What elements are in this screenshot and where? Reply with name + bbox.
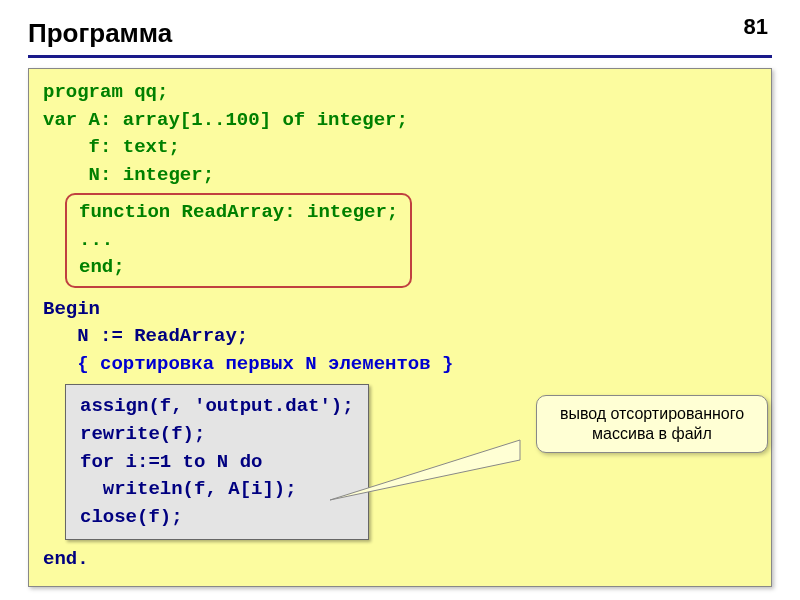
code-line: rewrite(f); [80,421,354,449]
page-number: 81 [744,14,768,40]
code-line: close(f); [80,504,354,532]
slide: 81 Программа program qq; var A: array[1.… [0,0,800,600]
title-rule [28,55,772,58]
function-inset: function ReadArray: integer; ... end; [65,193,412,288]
output-inset: assign(f, 'output.dat'); rewrite(f); for… [65,384,369,540]
code-line: Begin [43,296,757,324]
code-line: N: integer; [43,162,757,190]
code-line: function ReadArray: integer; [79,199,398,227]
code-line: N := ReadArray; [43,323,757,351]
code-line: for i:=1 to N do [80,449,354,477]
code-line: writeln(f, A[i]); [80,476,354,504]
code-comment: { сортировка первых N элементов } [43,351,757,379]
code-box: program qq; var A: array[1..100] of inte… [28,68,772,587]
code-line: assign(f, 'output.dat'); [80,393,354,421]
code-line: end; [79,254,398,282]
code-line: f: text; [43,134,757,162]
code-line: program qq; [43,79,757,107]
callout-box: вывод отсортированного массива в файл [536,395,768,453]
callout-text: массива в файл [547,424,757,444]
code-line: end. [43,546,757,574]
slide-title: Программа [28,18,772,49]
code-line: ... [79,227,398,255]
code-line: var A: array[1..100] of integer; [43,107,757,135]
callout-text: вывод отсортированного [547,404,757,424]
